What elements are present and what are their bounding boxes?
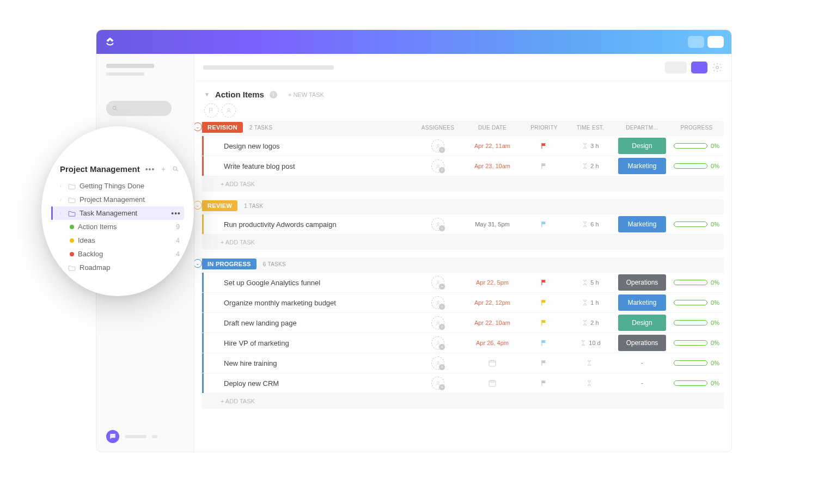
progress-cell[interactable]: 0% <box>674 143 719 149</box>
task-row[interactable]: Design new logos+Apr 22, 11am3 hDesign0% <box>202 136 724 156</box>
assignee-placeholder[interactable]: + <box>431 276 444 289</box>
search-icon[interactable] <box>172 165 179 173</box>
progress-cell[interactable]: 0% <box>674 299 719 306</box>
tree-subitem[interactable]: Ideas4 <box>70 233 184 247</box>
assignee-placeholder[interactable]: + <box>431 336 444 349</box>
progress-cell[interactable]: 0% <box>674 380 719 386</box>
task-row[interactable]: New hire training+-0% <box>202 353 724 373</box>
due-date[interactable]: Apr 22, 10am <box>474 319 510 326</box>
column-header[interactable]: PRIORITY <box>522 125 566 131</box>
department-cell[interactable]: - <box>641 359 643 367</box>
calendar-icon[interactable] <box>488 359 497 367</box>
plus-icon[interactable] <box>160 166 167 173</box>
department-tag[interactable]: Design <box>618 315 666 331</box>
task-row[interactable]: Deploy new CRM+-0% <box>202 373 724 394</box>
flag-icon[interactable] <box>540 220 548 228</box>
calendar-icon[interactable] <box>488 379 497 388</box>
gear-icon[interactable] <box>712 62 723 73</box>
assignee-placeholder[interactable]: + <box>431 316 444 329</box>
more-icon[interactable]: ••• <box>145 165 155 174</box>
info-icon[interactable]: i <box>270 91 277 99</box>
task-row[interactable]: Set up Google Analytics funnel+Apr 22, 5… <box>202 273 724 293</box>
titlebar-pill-1[interactable] <box>688 36 704 48</box>
department-tag[interactable]: Operations <box>618 274 666 291</box>
department-tag[interactable]: Marketing <box>618 216 666 232</box>
assignee-placeholder[interactable]: + <box>431 159 444 173</box>
time-estimate[interactable]: 10 d <box>589 340 600 346</box>
flag-icon[interactable] <box>540 142 548 150</box>
toolbar-button-2[interactable] <box>691 62 707 73</box>
due-date[interactable]: Apr 23, 10am <box>474 163 510 169</box>
time-estimate[interactable]: 5 h <box>590 279 599 286</box>
flag-icon[interactable] <box>540 279 548 286</box>
chat-button[interactable] <box>106 430 119 443</box>
flag-icon[interactable] <box>540 359 548 367</box>
tree-item[interactable]: ›Roadmap <box>60 261 184 274</box>
progress-cell[interactable]: 0% <box>674 319 719 326</box>
new-task-button[interactable]: + NEW TASK <box>288 91 324 98</box>
assignee-placeholder[interactable]: + <box>431 357 444 370</box>
progress-cell[interactable]: 0% <box>674 360 719 366</box>
task-row[interactable]: Write feature blog post+Apr 23, 10am2 hM… <box>202 156 724 176</box>
task-row[interactable]: Draft new landing page+Apr 22, 10am2 hDe… <box>202 313 724 333</box>
collapse-toggle[interactable]: ⌄ <box>194 122 202 131</box>
time-estimate[interactable]: 2 h <box>590 319 599 326</box>
flag-icon[interactable] <box>540 339 548 347</box>
tree-item[interactable]: ›Getting Things Done <box>60 179 184 193</box>
titlebar-pill-2[interactable] <box>707 36 724 48</box>
progress-cell[interactable]: 0% <box>674 340 719 346</box>
caret-down-icon[interactable]: ▼ <box>204 91 210 97</box>
time-estimate[interactable]: 2 h <box>590 163 599 169</box>
assignee-placeholder[interactable]: + <box>431 139 444 152</box>
task-row[interactable]: Run productivity Adwords campaign+May 31… <box>202 214 724 235</box>
sidebar-search[interactable] <box>106 101 172 116</box>
progress-cell[interactable]: 0% <box>674 221 719 228</box>
tree-subitem[interactable]: Action Items9 <box>70 220 184 233</box>
assignee-placeholder[interactable]: + <box>431 296 444 309</box>
add-task-button[interactable]: + ADD TASK <box>202 235 724 248</box>
tree-subitem[interactable]: Backlog4 <box>70 247 184 261</box>
column-headers: ASSIGNEESDUE DATEPRIORITYTIME EST.DEPART… <box>283 125 724 131</box>
column-header[interactable]: DUE DATE <box>462 125 522 131</box>
tree-item[interactable]: ›Task Management••• <box>53 206 184 220</box>
toolbar-button-1[interactable] <box>665 62 687 73</box>
assignee-placeholder[interactable]: + <box>431 218 444 231</box>
department-tag[interactable]: Operations <box>618 335 666 351</box>
collapse-toggle[interactable]: ⌄ <box>194 201 202 210</box>
more-icon[interactable]: ••• <box>171 209 181 218</box>
status-chip[interactable]: REVIEW <box>202 200 237 211</box>
assignee-placeholder[interactable]: + <box>431 377 444 390</box>
column-header[interactable]: PROGRESS <box>669 125 724 131</box>
flag-icon[interactable] <box>540 162 548 170</box>
flag-icon[interactable] <box>540 379 548 387</box>
time-estimate[interactable]: 3 h <box>590 143 599 149</box>
progress-cell[interactable]: 0% <box>674 279 719 286</box>
task-row[interactable]: Organize monthly marketing budget+Apr 22… <box>202 293 724 313</box>
department-tag[interactable]: Design <box>618 138 666 154</box>
column-header[interactable]: TIME EST. <box>566 125 615 131</box>
due-date[interactable]: Apr 22, 11am <box>474 143 510 149</box>
bulk-assign-button[interactable] <box>222 103 236 118</box>
time-estimate[interactable]: 1 h <box>590 299 599 306</box>
due-date[interactable]: Apr 22, 12pm <box>474 299 510 306</box>
due-date[interactable]: May 31, 5pm <box>475 221 510 228</box>
add-task-button[interactable]: + ADD TASK <box>202 176 724 189</box>
column-header[interactable]: ASSIGNEES <box>413 125 462 131</box>
progress-cell[interactable]: 0% <box>674 163 719 169</box>
department-cell[interactable]: - <box>641 379 643 387</box>
add-task-button[interactable]: + ADD TASK <box>202 394 724 407</box>
flag-icon[interactable] <box>540 319 548 327</box>
task-row[interactable]: Hire VP of marketing+Apr 26, 4pm10 dOper… <box>202 333 724 353</box>
department-tag[interactable]: Marketing <box>618 158 666 174</box>
due-date[interactable]: Apr 22, 5pm <box>476 279 509 286</box>
flag-icon[interactable] <box>540 299 548 306</box>
status-chip[interactable]: REVISION <box>202 122 243 133</box>
due-date[interactable]: Apr 26, 4pm <box>476 340 509 346</box>
tree-item[interactable]: ›Project Management <box>60 193 184 206</box>
column-header[interactable]: DEPARTM... <box>615 125 669 131</box>
collapse-toggle[interactable]: ⌄ <box>194 259 202 268</box>
department-tag[interactable]: Marketing <box>618 294 666 311</box>
time-estimate[interactable]: 6 h <box>590 221 599 228</box>
bulk-flag-button[interactable] <box>204 103 218 118</box>
status-chip[interactable]: IN PROGRESS <box>202 259 257 269</box>
